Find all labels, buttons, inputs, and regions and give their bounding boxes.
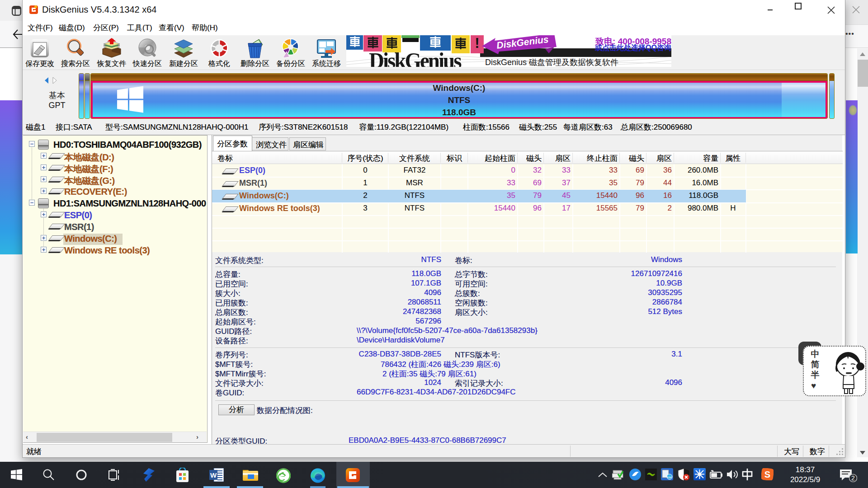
svg-text:S: S	[764, 469, 770, 479]
svg-text:intel: intel	[667, 476, 672, 479]
svg-text:W: W	[210, 471, 217, 479]
svg-text:2: 2	[851, 474, 855, 482]
